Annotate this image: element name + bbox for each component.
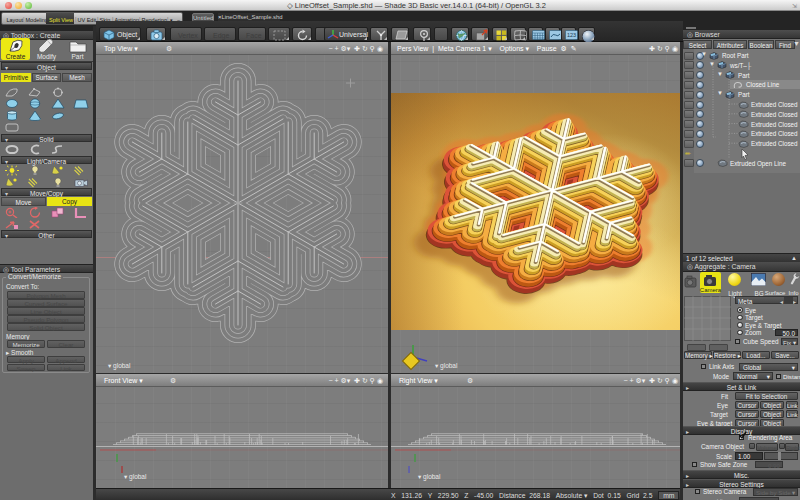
svg-text:123: 123 <box>567 32 576 38</box>
